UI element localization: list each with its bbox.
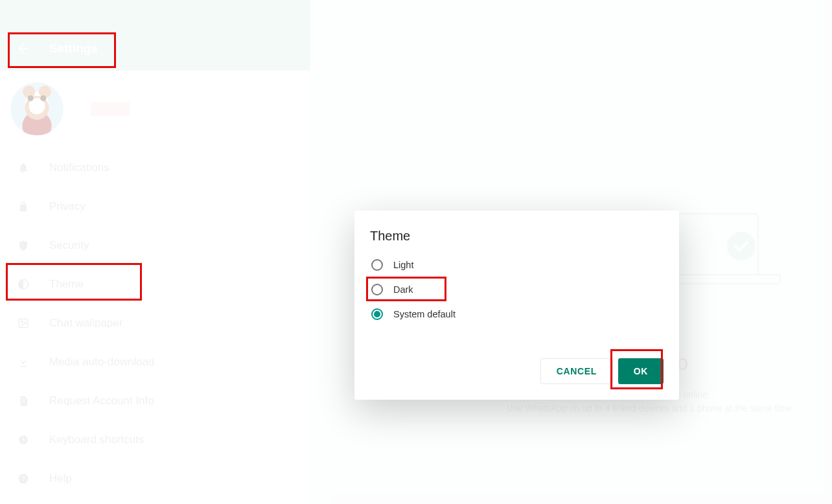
theme-option-system-default[interactable]: System default (371, 307, 664, 321)
theme-radio-group: Light Dark System default (370, 258, 664, 321)
radio-label: Light (393, 260, 413, 270)
theme-option-light[interactable]: Light (371, 258, 664, 272)
radio-label: System default (393, 309, 456, 319)
cancel-button[interactable]: CANCEL (540, 358, 613, 384)
theme-dialog: Theme Light Dark System default CANCEL O… (354, 211, 679, 400)
ok-button[interactable]: OK (618, 358, 664, 384)
radio-label: Dark (393, 284, 413, 295)
app-root: Settings Notifications Privacy (0, 0, 832, 504)
theme-option-dark[interactable]: Dark (371, 282, 664, 297)
dialog-buttons: CANCEL OK (540, 358, 664, 384)
radio-icon (371, 259, 383, 271)
dialog-title: Theme (370, 229, 664, 244)
radio-icon (371, 284, 383, 295)
radio-icon (371, 308, 383, 320)
